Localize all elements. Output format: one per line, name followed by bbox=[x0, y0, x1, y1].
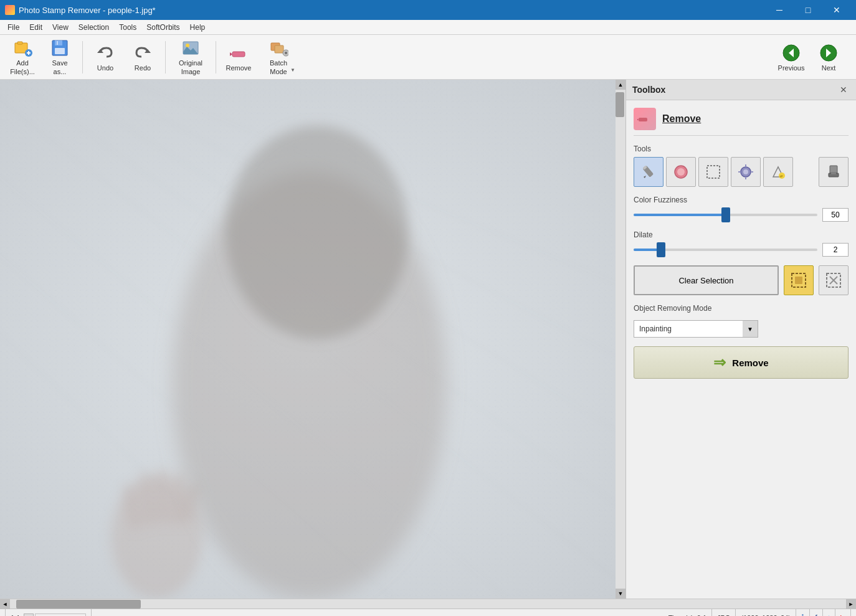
canvas-area[interactable]: ▲ ▼ bbox=[0, 80, 625, 599]
erase-tool-button[interactable] bbox=[666, 157, 696, 187]
add-files-label: AddFile(s)... bbox=[10, 59, 35, 75]
tools-row bbox=[634, 157, 849, 187]
magic-fill-button[interactable] bbox=[763, 157, 793, 187]
magic-wand-button[interactable] bbox=[731, 157, 761, 187]
remove-label: Remove bbox=[226, 64, 252, 72]
mode-label: Object Removing Mode bbox=[634, 304, 849, 313]
redo-button[interactable]: Redo bbox=[125, 39, 160, 76]
title-bar-left: Photo Stamp Remover - people-1.jpg* bbox=[5, 5, 156, 15]
app-icon bbox=[5, 5, 15, 15]
original-image-icon bbox=[181, 38, 201, 58]
title-bar-controls: ─ □ ✕ bbox=[765, 0, 851, 20]
social-twitter[interactable]: t bbox=[823, 609, 835, 616]
svg-marker-46 bbox=[637, 118, 639, 121]
svg-rect-64 bbox=[795, 277, 802, 284]
info-button[interactable]: ℹ bbox=[796, 609, 810, 616]
previous-button[interactable]: Previous bbox=[774, 39, 809, 76]
dilate-value[interactable]: 2 bbox=[822, 243, 849, 257]
color-fuzziness-value[interactable]: 50 bbox=[822, 208, 849, 222]
menu-tools[interactable]: Tools bbox=[114, 22, 141, 33]
mode-dropdown[interactable]: Inpainting ▼ bbox=[634, 320, 758, 338]
mode-section: Object Removing Mode Inpainting ▼ bbox=[634, 304, 849, 338]
menu-bar: File Edit View Selection Tools SoftOrbit… bbox=[0, 20, 856, 35]
batch-dropdown-arrow[interactable]: ▼ bbox=[290, 67, 295, 73]
deselect-button[interactable] bbox=[819, 265, 849, 295]
selected-mode: Inpainting bbox=[634, 325, 743, 333]
zoom-slider[interactable]: ─ + bbox=[35, 614, 86, 617]
batch-mode-button[interactable]: BatchMode ▼ bbox=[259, 39, 298, 76]
dilate-track[interactable] bbox=[634, 249, 817, 251]
svg-marker-15 bbox=[230, 52, 232, 56]
next-button[interactable]: Next bbox=[811, 39, 846, 76]
dilate-thumb[interactable] bbox=[657, 242, 665, 257]
clear-selection-button[interactable]: Clear Selection bbox=[634, 265, 779, 295]
menu-selection[interactable]: Selection bbox=[74, 22, 114, 33]
selection-tool-button[interactable] bbox=[698, 157, 728, 187]
menu-softorbits[interactable]: SoftOrbits bbox=[141, 22, 184, 33]
remove-toolbar-button[interactable]: Remove bbox=[221, 39, 256, 76]
social-youtube[interactable]: ▶ bbox=[835, 609, 851, 616]
original-image-button[interactable]: OriginalImage bbox=[171, 39, 211, 76]
color-fuzziness-track[interactable] bbox=[634, 214, 817, 216]
undo-button[interactable]: Undo bbox=[88, 39, 123, 76]
batch-mode-label: BatchMode bbox=[270, 59, 287, 75]
selection-buttons-row: Clear Selection bbox=[634, 265, 849, 295]
zoom-fit-button[interactable]: ⊡ bbox=[24, 614, 34, 617]
menu-view[interactable]: View bbox=[47, 22, 74, 33]
h-scrollbar: ◄ ► bbox=[0, 599, 856, 609]
select-stamp-button[interactable] bbox=[784, 265, 814, 295]
time-label: Time (s): 0.1 bbox=[668, 614, 706, 617]
toolbar: AddFile(s)... Saveas... Undo bbox=[0, 35, 856, 80]
clear-selection-label: Clear Selection bbox=[678, 276, 733, 285]
scroll-right-arrow[interactable]: ► bbox=[846, 599, 856, 609]
canvas-image bbox=[0, 80, 616, 599]
scroll-down-arrow[interactable]: ▼ bbox=[616, 589, 625, 599]
stamp-tool-button[interactable] bbox=[819, 157, 849, 187]
scroll-track-horizontal[interactable] bbox=[10, 599, 846, 609]
menu-file[interactable]: File bbox=[2, 22, 24, 33]
undo-label: Undo bbox=[97, 64, 113, 72]
zoom-controls: ⊡ ─ + bbox=[24, 614, 86, 617]
social-facebook[interactable]: f bbox=[810, 609, 823, 616]
info-icon: ℹ bbox=[801, 613, 804, 616]
menu-edit[interactable]: Edit bbox=[24, 22, 47, 33]
color-fuzziness-thumb[interactable] bbox=[721, 207, 730, 222]
svg-rect-44 bbox=[0, 80, 616, 599]
color-fuzziness-label: Color Fuzziness bbox=[634, 196, 849, 204]
youtube-icon: ▶ bbox=[840, 614, 845, 616]
nav-area: Previous Next bbox=[774, 39, 851, 76]
remove-button-icon: ⇒ bbox=[713, 354, 726, 371]
svg-rect-62 bbox=[831, 172, 836, 174]
scroll-thumb-horizontal[interactable] bbox=[16, 600, 141, 609]
app-title: Photo Stamp Remover - people-1.jpg* bbox=[19, 6, 156, 15]
zoom-label: 1:1 bbox=[11, 614, 20, 617]
save-as-button[interactable]: Saveas... bbox=[42, 39, 77, 76]
undo-icon bbox=[95, 43, 115, 63]
toolbox-title: Toolbox bbox=[632, 85, 665, 95]
menu-help[interactable]: Help bbox=[185, 22, 211, 33]
minimize-button[interactable]: ─ bbox=[765, 0, 794, 20]
vertical-scrollbar[interactable]: ▲ ▼ bbox=[616, 80, 625, 599]
toolbox-body: Remove Tools bbox=[626, 100, 856, 386]
add-files-button[interactable]: AddFile(s)... bbox=[5, 39, 40, 76]
svg-rect-14 bbox=[232, 52, 245, 57]
next-icon bbox=[819, 43, 839, 63]
scroll-left-arrow[interactable]: ◄ bbox=[0, 599, 10, 609]
maximize-button[interactable]: □ bbox=[794, 0, 822, 20]
main-area: ▲ ▼ Toolbox ✕ Remove bbox=[0, 80, 856, 599]
svg-rect-6 bbox=[55, 40, 62, 45]
remove-section-header: Remove bbox=[634, 108, 849, 136]
pencil-tool-button[interactable] bbox=[634, 157, 663, 187]
close-button[interactable]: ✕ bbox=[822, 0, 851, 20]
mode-dropdown-arrow[interactable]: ▼ bbox=[743, 321, 758, 337]
save-as-label: Saveas... bbox=[52, 59, 67, 75]
toolbox-close-button[interactable]: ✕ bbox=[837, 83, 850, 96]
format-label: JPG bbox=[717, 614, 730, 617]
remove-button[interactable]: ⇒ Remove bbox=[634, 346, 849, 379]
twitter-icon: t bbox=[828, 614, 830, 617]
format-status: JPG bbox=[712, 609, 736, 616]
scroll-thumb-vertical[interactable] bbox=[616, 92, 624, 117]
scroll-up-arrow[interactable]: ▲ bbox=[616, 80, 625, 90]
svg-rect-45 bbox=[639, 118, 647, 121]
svg-rect-8 bbox=[57, 41, 58, 45]
